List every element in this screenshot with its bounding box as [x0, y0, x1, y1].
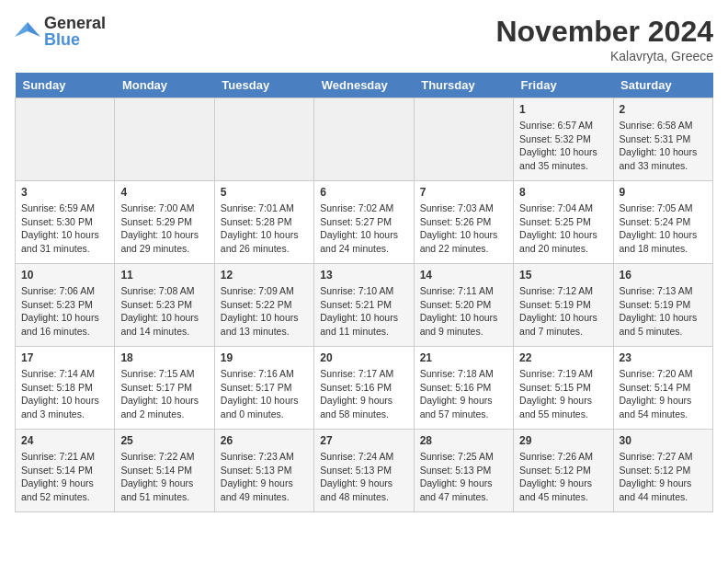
day-cell: 23Sunrise: 7:20 AMSunset: 5:14 PMDayligh…	[613, 347, 712, 430]
day-info: Sunrise: 7:09 AMSunset: 5:22 PMDaylight:…	[221, 284, 308, 339]
day-cell: 26Sunrise: 7:23 AMSunset: 5:13 PMDayligh…	[214, 430, 313, 512]
day-info: Sunrise: 7:19 AMSunset: 5:15 PMDaylight:…	[519, 367, 607, 421]
week-row-3: 10Sunrise: 7:06 AMSunset: 5:23 PMDayligh…	[16, 264, 713, 347]
day-cell: 14Sunrise: 7:11 AMSunset: 5:20 PMDayligh…	[414, 264, 513, 347]
day-cell: 2Sunrise: 6:58 AMSunset: 5:31 PMDaylight…	[613, 98, 712, 181]
day-info: Sunrise: 7:24 AMSunset: 5:13 PMDaylight:…	[320, 450, 407, 504]
day-number: 6	[320, 186, 407, 199]
day-info: Sunrise: 7:20 AMSunset: 5:14 PMDaylight:…	[620, 367, 707, 421]
day-info: Sunrise: 7:00 AMSunset: 5:29 PMDaylight:…	[120, 201, 208, 256]
day-number: 19	[221, 351, 308, 364]
day-info: Sunrise: 7:04 AMSunset: 5:25 PMDaylight:…	[519, 201, 607, 256]
day-info: Sunrise: 7:02 AMSunset: 5:27 PMDaylight:…	[320, 201, 407, 256]
day-number: 26	[221, 434, 308, 447]
svg-marker-0	[28, 22, 40, 37]
day-number: 30	[620, 434, 707, 447]
day-cell	[115, 98, 214, 181]
day-number: 13	[320, 269, 407, 282]
day-number: 14	[420, 269, 507, 282]
day-cell: 10Sunrise: 7:06 AMSunset: 5:23 PMDayligh…	[16, 264, 115, 347]
day-cell: 15Sunrise: 7:12 AMSunset: 5:19 PMDayligh…	[514, 264, 613, 347]
day-info: Sunrise: 7:23 AMSunset: 5:13 PMDaylight:…	[221, 450, 308, 504]
logo: General Blue	[15, 15, 106, 48]
day-number: 9	[620, 186, 707, 199]
day-info: Sunrise: 7:18 AMSunset: 5:16 PMDaylight:…	[420, 367, 507, 421]
day-number: 25	[120, 434, 208, 447]
svg-marker-1	[15, 22, 28, 37]
day-number: 24	[21, 434, 108, 447]
day-cell	[314, 98, 414, 181]
day-number: 5	[221, 186, 308, 199]
day-cell: 11Sunrise: 7:08 AMSunset: 5:23 PMDayligh…	[115, 264, 214, 347]
day-info: Sunrise: 7:06 AMSunset: 5:23 PMDaylight:…	[21, 284, 108, 339]
day-number: 27	[320, 434, 407, 447]
logo-icon	[15, 18, 40, 44]
day-info: Sunrise: 6:58 AMSunset: 5:31 PMDaylight:…	[620, 119, 707, 173]
day-number: 18	[120, 351, 208, 364]
header-saturday: Saturday	[613, 73, 712, 98]
day-cell: 25Sunrise: 7:22 AMSunset: 5:14 PMDayligh…	[115, 430, 214, 512]
day-cell	[16, 98, 115, 181]
day-info: Sunrise: 7:21 AMSunset: 5:14 PMDaylight:…	[21, 450, 108, 504]
day-cell: 5Sunrise: 7:01 AMSunset: 5:28 PMDaylight…	[214, 181, 313, 264]
week-row-5: 24Sunrise: 7:21 AMSunset: 5:14 PMDayligh…	[16, 430, 713, 512]
day-info: Sunrise: 7:13 AMSunset: 5:19 PMDaylight:…	[620, 284, 707, 339]
day-info: Sunrise: 7:17 AMSunset: 5:16 PMDaylight:…	[320, 367, 407, 421]
day-info: Sunrise: 7:01 AMSunset: 5:28 PMDaylight:…	[221, 201, 308, 256]
day-cell: 27Sunrise: 7:24 AMSunset: 5:13 PMDayligh…	[314, 430, 414, 512]
title-section: November 2024 Kalavryta, Greece	[495, 15, 713, 63]
day-number: 3	[21, 186, 108, 199]
day-cell: 12Sunrise: 7:09 AMSunset: 5:22 PMDayligh…	[214, 264, 313, 347]
day-number: 11	[120, 269, 208, 282]
day-info: Sunrise: 6:57 AMSunset: 5:32 PMDaylight:…	[519, 119, 607, 173]
day-cell: 4Sunrise: 7:00 AMSunset: 5:29 PMDaylight…	[115, 181, 214, 264]
day-info: Sunrise: 7:11 AMSunset: 5:20 PMDaylight:…	[420, 284, 507, 339]
day-cell: 22Sunrise: 7:19 AMSunset: 5:15 PMDayligh…	[514, 347, 613, 430]
day-number: 12	[221, 269, 308, 282]
logo-text: General Blue	[44, 15, 106, 48]
day-cell: 13Sunrise: 7:10 AMSunset: 5:21 PMDayligh…	[314, 264, 414, 347]
day-cell: 20Sunrise: 7:17 AMSunset: 5:16 PMDayligh…	[314, 347, 414, 430]
day-cell: 16Sunrise: 7:13 AMSunset: 5:19 PMDayligh…	[613, 264, 712, 347]
header-thursday: Thursday	[414, 73, 513, 98]
logo-general: General	[44, 15, 106, 31]
day-info: Sunrise: 6:59 AMSunset: 5:30 PMDaylight:…	[21, 201, 108, 256]
calendar-table: SundayMondayTuesdayWednesdayThursdayFrid…	[15, 73, 713, 512]
page-header: General Blue November 2024 Kalavryta, Gr…	[15, 15, 713, 63]
day-cell: 29Sunrise: 7:26 AMSunset: 5:12 PMDayligh…	[514, 430, 613, 512]
month-title: November 2024	[495, 15, 713, 49]
day-cell	[214, 98, 313, 181]
header-tuesday: Tuesday	[214, 73, 313, 98]
day-info: Sunrise: 7:15 AMSunset: 5:17 PMDaylight:…	[120, 367, 208, 421]
header-row: SundayMondayTuesdayWednesdayThursdayFrid…	[16, 73, 713, 98]
day-number: 8	[519, 186, 607, 199]
day-number: 4	[120, 186, 208, 199]
day-cell: 8Sunrise: 7:04 AMSunset: 5:25 PMDaylight…	[514, 181, 613, 264]
day-cell: 28Sunrise: 7:25 AMSunset: 5:13 PMDayligh…	[414, 430, 513, 512]
day-info: Sunrise: 7:08 AMSunset: 5:23 PMDaylight:…	[120, 284, 208, 339]
day-number: 21	[420, 351, 507, 364]
day-number: 7	[420, 186, 507, 199]
day-info: Sunrise: 7:25 AMSunset: 5:13 PMDaylight:…	[420, 450, 507, 504]
day-cell: 9Sunrise: 7:05 AMSunset: 5:24 PMDaylight…	[613, 181, 712, 264]
day-cell	[414, 98, 513, 181]
day-info: Sunrise: 7:14 AMSunset: 5:18 PMDaylight:…	[21, 367, 108, 421]
day-info: Sunrise: 7:12 AMSunset: 5:19 PMDaylight:…	[519, 284, 607, 339]
week-row-4: 17Sunrise: 7:14 AMSunset: 5:18 PMDayligh…	[16, 347, 713, 430]
location: Kalavryta, Greece	[495, 49, 713, 63]
header-wednesday: Wednesday	[314, 73, 414, 98]
day-cell: 1Sunrise: 6:57 AMSunset: 5:32 PMDaylight…	[514, 98, 613, 181]
week-row-2: 3Sunrise: 6:59 AMSunset: 5:30 PMDaylight…	[16, 181, 713, 264]
day-number: 28	[420, 434, 507, 447]
day-cell: 6Sunrise: 7:02 AMSunset: 5:27 PMDaylight…	[314, 181, 414, 264]
day-number: 16	[620, 269, 707, 282]
day-cell: 21Sunrise: 7:18 AMSunset: 5:16 PMDayligh…	[414, 347, 513, 430]
day-cell: 18Sunrise: 7:15 AMSunset: 5:17 PMDayligh…	[115, 347, 214, 430]
day-number: 20	[320, 351, 407, 364]
day-info: Sunrise: 7:05 AMSunset: 5:24 PMDaylight:…	[620, 201, 707, 256]
day-info: Sunrise: 7:27 AMSunset: 5:12 PMDaylight:…	[620, 450, 707, 504]
day-number: 17	[21, 351, 108, 364]
day-number: 29	[519, 434, 607, 447]
day-number: 1	[519, 103, 607, 116]
calendar-body: 1Sunrise: 6:57 AMSunset: 5:32 PMDaylight…	[16, 98, 713, 512]
